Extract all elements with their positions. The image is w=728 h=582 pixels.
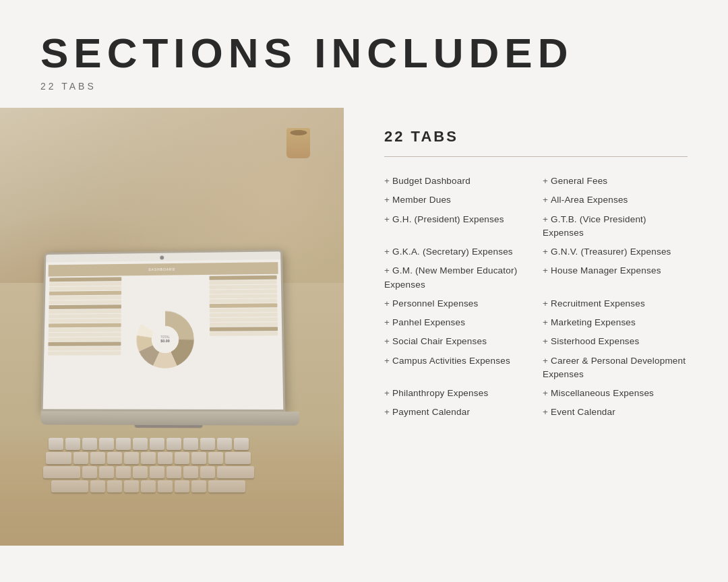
- mini-row-rv4: [210, 294, 278, 298]
- plus-icon: +: [384, 317, 390, 327]
- mini-row-v11: [48, 346, 121, 350]
- coffee-cup: [286, 128, 310, 158]
- plus-icon: +: [384, 356, 390, 366]
- main-title: SECTIONS INCLUDED: [40, 32, 688, 74]
- divider-line: [384, 156, 688, 157]
- plus-icon: +: [384, 176, 390, 186]
- tab-item: +Member Dues: [384, 191, 529, 209]
- spreadsheet-left-panel: [47, 277, 122, 403]
- tab-item: +G.H. (President) Expenses: [384, 210, 529, 243]
- plus-icon: +: [384, 247, 390, 257]
- tab-item: +G.M. (New Member Educator) Expenses: [384, 261, 529, 294]
- plus-icon: +: [543, 247, 548, 257]
- spreadsheet-right-panel: [210, 276, 279, 404]
- mini-row-rv6: [210, 308, 278, 313]
- tab-item: +G.N.V. (Treasurer) Expenses: [543, 243, 688, 261]
- plus-icon: +: [543, 336, 548, 346]
- mini-row-h3: [48, 342, 121, 346]
- plus-icon: +: [543, 317, 548, 327]
- header-section: SECTIONS INCLUDED 22 TABS: [0, 0, 728, 108]
- plus-icon: +: [384, 407, 390, 417]
- mini-row-rv1: [210, 280, 277, 285]
- tab-item: +Personnel Expenses: [384, 294, 529, 313]
- mini-row-v2: [49, 286, 121, 291]
- spreadsheet-chart: TOTAL $0.00: [122, 276, 209, 404]
- pie-chart-svg: TOTAL $0.00: [135, 309, 195, 370]
- mini-row-v9: [49, 333, 121, 337]
- plus-icon: +: [543, 265, 548, 276]
- mini-row-v1: [49, 282, 121, 286]
- mini-row-rv7: [210, 313, 278, 317]
- right-content: 22 TABS +Budget Dashboard+General Fees+M…: [344, 108, 728, 582]
- tab-item: +G.T.B. (Vice President) Expenses: [543, 210, 688, 243]
- mini-row-rv10: [210, 331, 278, 336]
- mini-row-rh1: [210, 276, 277, 280]
- tab-item: +Payment Calendar: [384, 403, 529, 422]
- subtitle-tabs: 22 TABS: [40, 81, 688, 92]
- svg-text:$0.00: $0.00: [160, 339, 169, 343]
- plus-icon: +: [543, 388, 548, 398]
- mini-row-v8: [49, 328, 121, 333]
- tab-item: +General Fees: [543, 172, 688, 191]
- mini-row-v4: [49, 300, 121, 304]
- plus-icon: +: [384, 214, 390, 224]
- tab-item: +Campus Activities Expenses: [384, 352, 529, 385]
- mini-row-hl2: [49, 323, 121, 328]
- plus-icon: +: [543, 214, 548, 224]
- tab-item: +Miscellaneous Expenses: [543, 384, 688, 403]
- tab-item: +Budget Dashboard: [384, 172, 529, 191]
- plus-icon: +: [543, 298, 548, 309]
- tab-item: +G.K.A. (Secretary) Expenses: [384, 243, 529, 261]
- plus-icon: +: [384, 298, 390, 309]
- hands-overlay: [0, 431, 344, 546]
- svg-text:TOTAL: TOTAL: [160, 335, 171, 339]
- mini-row-rv9: [210, 322, 278, 327]
- laptop-screen: DASHBOARD: [41, 249, 286, 412]
- plus-icon: +: [543, 195, 548, 205]
- tabs-heading: 22 TABS: [384, 128, 688, 146]
- mini-row-rv8: [210, 317, 278, 322]
- plus-icon: +: [543, 407, 548, 417]
- laptop-base: [40, 411, 299, 425]
- plus-icon: +: [384, 195, 390, 205]
- tabs-list: +Budget Dashboard+General Fees+Member Du…: [384, 172, 688, 422]
- plus-icon: +: [384, 265, 390, 276]
- mini-row-rv5: [210, 298, 278, 303]
- mini-row-v12: [48, 351, 121, 355]
- spreadsheet-body: TOTAL $0.00: [46, 274, 280, 406]
- dashboard-label: DASHBOARD: [148, 267, 175, 271]
- tab-item: +Philanthropy Expenses: [384, 384, 529, 403]
- tab-item: +House Manager Expenses: [543, 261, 688, 294]
- mini-row-rh2: [210, 327, 278, 331]
- tab-item: +Recruitment Expenses: [543, 294, 688, 313]
- mini-row-v6: [49, 314, 121, 319]
- tab-item: +Event Calendar: [543, 403, 688, 422]
- tab-item: +Marketing Expenses: [543, 313, 688, 332]
- mini-row-h2: [49, 304, 121, 309]
- mini-row-v7: [49, 319, 121, 323]
- page-container: SECTIONS INCLUDED 22 TABS: [0, 0, 728, 582]
- plus-icon: +: [543, 176, 548, 186]
- plus-icon: +: [384, 336, 390, 346]
- mini-row-v3: [49, 296, 121, 300]
- tab-item: +Sisterhood Expenses: [543, 332, 688, 351]
- mini-row-rhl1: [210, 303, 278, 308]
- laptop-screen-content: DASHBOARD: [43, 259, 284, 410]
- tab-item: +Career & Personal Development Expenses: [543, 352, 688, 385]
- mini-row-v5: [49, 309, 121, 314]
- laptop-photo: DASHBOARD: [0, 108, 344, 546]
- content-section: DASHBOARD: [0, 108, 728, 582]
- plus-icon: +: [384, 388, 390, 398]
- tab-item: +Panhel Expenses: [384, 313, 529, 332]
- mini-row-hl1: [49, 291, 121, 296]
- plus-icon: +: [543, 356, 548, 366]
- mini-row-h1: [49, 277, 121, 282]
- mini-row-v10: [49, 337, 121, 341]
- tab-item: +Social Chair Expenses: [384, 332, 529, 351]
- mini-row-rv3: [210, 289, 277, 294]
- mini-row-rv2: [210, 285, 277, 290]
- laptop-webcam: [160, 256, 164, 260]
- laptop: DASHBOARD: [40, 249, 307, 440]
- tab-item: +All-Area Expenses: [543, 191, 688, 209]
